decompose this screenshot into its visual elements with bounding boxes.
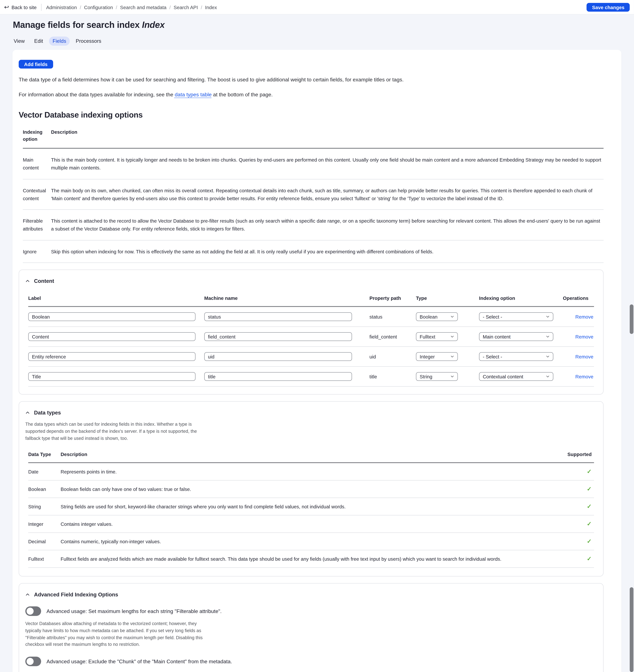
remove-field-link[interactable]: Remove (575, 334, 593, 339)
add-fields-button[interactable]: Add fields (19, 60, 53, 69)
max-lengths-description: Vector Databases allow attaching of meta… (25, 620, 205, 648)
max-lengths-toggle[interactable] (25, 606, 41, 616)
indexing-options-table: Indexing option Description Main content… (23, 124, 604, 263)
field-type-select[interactable]: Integer (416, 352, 458, 361)
breadcrumb-item[interactable]: Administration (46, 4, 77, 10)
column-header-data-type: Data Type (28, 451, 60, 457)
breadcrumb-item[interactable]: Index (205, 4, 217, 10)
field-indexing-option-select[interactable]: - Select - (479, 312, 553, 321)
column-header-type: Type (416, 295, 479, 301)
content-fieldset-toggle[interactable]: Content (25, 278, 597, 284)
data-type-description: String fields are used for short, keywor… (60, 503, 564, 510)
field-machine-name-input[interactable] (204, 352, 352, 361)
max-lengths-toggle-row: Advanced usage: Set maximum lengths for … (25, 606, 597, 616)
intro-paragraph-1: The data type of a field determines how … (19, 76, 604, 84)
data-types-fieldset: Data types The data types which can be u… (19, 401, 604, 577)
table-row: Fulltext Fulltext fields are analyzed fi… (28, 551, 594, 568)
data-types-fieldset-toggle[interactable]: Data types (25, 410, 597, 416)
data-type-name: Integer (28, 520, 60, 528)
tab-edit[interactable]: Edit (30, 37, 47, 46)
field-type-select[interactable]: Fulltext (416, 332, 458, 341)
field-row: status Boolean - Select - Remove (28, 307, 594, 327)
table-row: Boolean Boolean fields can only have one… (28, 481, 594, 498)
breadcrumb-item[interactable]: Configuration (84, 4, 113, 10)
field-machine-name-input[interactable] (204, 312, 352, 321)
advanced-options-fieldset-toggle[interactable]: Advanced Field Indexing Options (25, 592, 597, 598)
chevron-down-icon (546, 375, 550, 378)
field-machine-name-input[interactable] (204, 332, 352, 341)
tab-view[interactable]: View (10, 37, 28, 46)
back-to-site-link[interactable]: ↩ Back to site (4, 4, 36, 10)
exclude-chunk-toggle-label: Advanced usage: Exclude the "Chunk" of t… (47, 658, 232, 664)
indexing-option-description: Skip this option when indexing for now. … (51, 248, 604, 255)
indexing-option-name: Ignore (23, 248, 46, 255)
data-types-table-header: Data Type Description Supported (28, 451, 594, 463)
field-row: title String Contextual content Remove (28, 367, 594, 387)
scrollbar-thumb[interactable] (630, 587, 633, 672)
chevron-down-icon (450, 335, 454, 339)
chevron-up-icon (25, 410, 30, 415)
tab-processors[interactable]: Processors (72, 37, 105, 46)
supported-check-icon: ✓ (587, 503, 592, 510)
field-type-select[interactable]: String (416, 372, 458, 381)
supported-check-icon: ✓ (587, 486, 592, 492)
indexing-option-description: This is the main body content. It is typ… (51, 156, 604, 172)
field-indexing-option-select[interactable]: Contextual content (479, 372, 553, 381)
field-label-input[interactable] (28, 312, 196, 321)
data-type-description: Represents points in time. (60, 468, 564, 476)
column-header-operations: Operations (563, 295, 594, 301)
remove-field-link[interactable]: Remove (575, 354, 593, 359)
chevron-down-icon (450, 355, 454, 358)
exclude-chunk-toggle-row: Advanced usage: Exclude the "Chunk" of t… (25, 657, 597, 666)
data-type-name: String (28, 503, 60, 510)
supported-check-icon: ✓ (587, 520, 592, 527)
field-indexing-option-select[interactable]: Main content (479, 332, 553, 341)
column-header-description: Description (60, 451, 564, 457)
field-label-input[interactable] (28, 352, 196, 361)
data-types-fieldset-title: Data types (34, 410, 61, 416)
column-header-label: Label (28, 295, 204, 301)
scrollbar-thumb[interactable] (630, 304, 633, 334)
column-header-description: Description (51, 129, 604, 143)
data-type-name: Date (28, 468, 60, 476)
breadcrumb-item[interactable]: Search API (174, 4, 198, 10)
advanced-options-fieldset: Advanced Field Indexing Options Advanced… (19, 583, 604, 672)
field-type-select[interactable]: Boolean (416, 312, 458, 321)
indexing-options-table-header: Indexing option Description (23, 124, 604, 149)
table-row: Decimal Contains numeric, typically non-… (28, 533, 594, 551)
field-label-input[interactable] (28, 372, 196, 381)
advanced-options-fieldset-title: Advanced Field Indexing Options (34, 592, 118, 598)
field-property-path: field_content (369, 334, 416, 339)
remove-field-link[interactable]: Remove (575, 374, 593, 379)
field-indexing-option-select[interactable]: - Select - (479, 352, 553, 361)
field-property-path: uid (369, 354, 416, 359)
indexing-option-name: Contextual content (23, 186, 46, 202)
field-machine-name-input[interactable] (204, 372, 352, 381)
indexing-option-description: This content is attached to the record t… (51, 217, 604, 233)
breadcrumb-separator: / (169, 4, 171, 10)
page: ↩ Back to site Administration / Configur… (0, 0, 634, 672)
page-title: Manage fields for search index Index (13, 20, 634, 30)
breadcrumb-item[interactable]: Search and metadata (120, 4, 167, 10)
max-lengths-toggle-label: Advanced usage: Set maximum lengths for … (47, 608, 222, 614)
data-types-table-link[interactable]: data types table (175, 92, 212, 98)
intro-text: The data type of a field determines how … (19, 76, 604, 99)
data-types-table: Data Type Description Supported Date Rep… (28, 451, 594, 568)
exclude-chunk-toggle[interactable] (25, 657, 41, 666)
index-name: Index (142, 20, 165, 30)
breadcrumb-separator: / (201, 4, 202, 10)
chevron-down-icon (546, 355, 550, 358)
back-arrow-icon: ↩ (4, 4, 9, 10)
save-changes-button[interactable]: Save changes (587, 3, 630, 11)
intro-paragraph-2: For information about the data types ava… (19, 91, 604, 99)
breadcrumb-separator: / (116, 4, 117, 10)
tab-fields[interactable]: Fields (49, 37, 70, 46)
field-property-path: status (369, 314, 416, 319)
remove-field-link[interactable]: Remove (575, 314, 593, 319)
chevron-up-icon (25, 279, 30, 283)
column-header-property-path: Property path (369, 295, 416, 301)
field-label-input[interactable] (28, 332, 196, 341)
table-row: Date Represents points in time. ✓ (28, 463, 594, 481)
field-row: uid Integer - Select - Remove (28, 347, 594, 367)
toggle-knob (27, 608, 33, 615)
